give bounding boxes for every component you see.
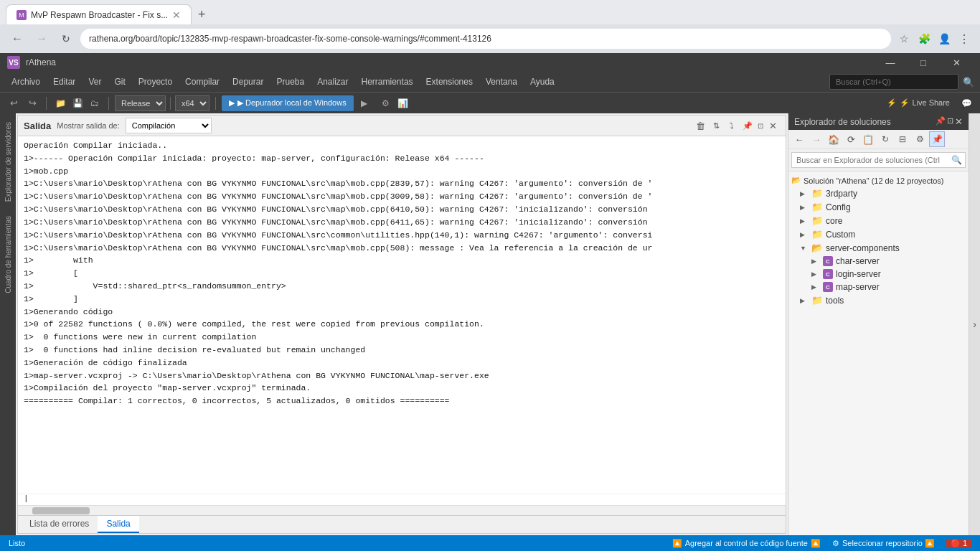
solution-item-custom[interactable]: ▶📁Custom: [788, 227, 969, 241]
menu-item-depurar[interactable]: Depurar: [227, 74, 269, 90]
vs-main-area: Explorador de servidores Cuadro de herra…: [0, 113, 980, 535]
toolbar-undo-button[interactable]: ↩: [6, 95, 22, 111]
vs-maximize-button[interactable]: □: [907, 53, 940, 72]
menu-item-ayuda[interactable]: Ayuda: [524, 74, 560, 90]
source-control-button[interactable]: 🔼 Agregar al control de código fuente 🔼: [672, 539, 821, 548]
project-icon: C: [823, 282, 833, 292]
toolbox-tab[interactable]: Cuadro de herramientas: [2, 213, 14, 296]
error-badge-button[interactable]: 🔴 1: [946, 539, 971, 548]
platform-select[interactable]: x64: [175, 95, 209, 111]
panel-collapse-handle[interactable]: ›: [969, 113, 980, 535]
bottom-tab-salida[interactable]: Salida: [98, 516, 138, 533]
solution-item-tools[interactable]: ▶📁tools: [788, 293, 969, 307]
toolbar-redo-button[interactable]: ↪: [24, 95, 40, 111]
source-control-label: Agregar al control de código fuente: [685, 539, 808, 547]
address-input[interactable]: [80, 29, 891, 49]
menu-item-analizar[interactable]: Analizar: [311, 74, 354, 90]
new-tab-button[interactable]: +: [192, 4, 212, 24]
solution-item-core[interactable]: ▶📁core: [788, 214, 969, 227]
project-icon: C: [823, 256, 833, 266]
server-explorer-tab[interactable]: Explorador de servidores: [2, 119, 14, 204]
output-line: ========== Compilar: 1 correctos, 0 inco…: [24, 395, 780, 408]
menu-item-herramientas[interactable]: Herramientas: [356, 74, 419, 90]
tab-favicon: M: [17, 10, 27, 20]
menu-icon[interactable]: ⋮: [956, 30, 973, 47]
profile-icon[interactable]: 👤: [936, 30, 953, 47]
toolbar-perf-button[interactable]: 📊: [395, 95, 411, 111]
toolbar-open-button[interactable]: 📁: [52, 95, 68, 111]
forward-button[interactable]: →: [32, 29, 52, 49]
bookmark-icon[interactable]: ☆: [895, 30, 913, 47]
menu-item-extensiones[interactable]: Extensiones: [420, 74, 479, 90]
output-line: 1> V=std::shared_ptr<s_randomsummon_entr…: [24, 280, 780, 293]
solution-item-charserver[interactable]: ▶Cchar-server: [788, 255, 969, 268]
solution-item-servercomponents[interactable]: ▼📂server-components: [788, 241, 969, 255]
output-line: 1> ]: [24, 293, 780, 306]
bottom-tabs-bar: Lista de erroresSalida: [18, 515, 786, 533]
tab-close-icon[interactable]: ✕: [172, 9, 181, 21]
liveshare-label: ⚡ Live Share: [900, 98, 950, 108]
solution-item-label: 3rdparty: [826, 189, 857, 199]
bottom-tab-lista-de errores[interactable]: Lista de errores: [21, 516, 98, 533]
toolbar-save-button[interactable]: 💾: [70, 95, 85, 111]
sol-sync-button[interactable]: ⟳: [843, 131, 859, 147]
folder-icon: 📁: [811, 295, 823, 306]
output-line: 1>0 of 22582 functions ( 0.0%) were comp…: [24, 318, 780, 331]
output-pin-button[interactable]: 📌: [740, 118, 755, 133]
vs-search-input[interactable]: [829, 74, 958, 90]
sol-float-icon[interactable]: ⊡: [947, 116, 953, 127]
toolbar-extra-run-button[interactable]: ▶: [357, 95, 372, 111]
repo-button[interactable]: ⚙ Seleccionar repositorio 🔼: [832, 539, 935, 548]
menu-item-ver[interactable]: Ver: [83, 74, 107, 90]
solution-item-label: Config: [826, 202, 851, 212]
menu-item-proyecto[interactable]: Proyecto: [133, 74, 178, 90]
toolbar-feedback-button[interactable]: 💬: [958, 95, 974, 111]
solution-search-bar: 🔍: [788, 149, 969, 171]
menu-item-editar[interactable]: Editar: [47, 74, 81, 90]
output-header: Salida Mostrar salida de: Compilación 🗑 …: [18, 116, 786, 136]
output-horizontal-scroll[interactable]: [18, 505, 786, 515]
refresh-button[interactable]: ↻: [56, 29, 76, 49]
sol-settings-button[interactable]: ⚙: [912, 131, 928, 147]
menu-item-prueba[interactable]: Prueba: [270, 74, 310, 90]
vs-logo: VS: [7, 56, 20, 69]
run-button[interactable]: ▶ ▶ Depurador local de Windows: [222, 95, 354, 111]
toolbar-save-all-button[interactable]: 🗂: [87, 95, 103, 111]
source-control-icon: 🔼: [672, 539, 682, 548]
sol-pin-icon[interactable]: 📌: [936, 116, 946, 127]
vs-close-button[interactable]: ✕: [940, 53, 973, 72]
sol-refresh-button[interactable]: ↻: [877, 131, 893, 147]
output-wrap-button[interactable]: ⇅: [709, 118, 723, 133]
solution-search-input[interactable]: [791, 152, 966, 168]
output-close-icon[interactable]: ✕: [766, 121, 780, 131]
menu-item-archivo[interactable]: Archivo: [6, 74, 46, 90]
sol-props-button[interactable]: 📋: [860, 131, 876, 147]
solution-item-label: Custom: [826, 230, 855, 240]
sol-forward-button[interactable]: →: [809, 131, 824, 147]
output-clear-button[interactable]: 🗑: [693, 118, 707, 133]
solution-root-item[interactable]: 📂 Solución "rAthena" (12 de 12 proyectos…: [788, 174, 969, 187]
chevron-icon: ▶: [800, 204, 809, 211]
sol-pin2-button[interactable]: 📌: [929, 131, 945, 147]
liveshare-button[interactable]: ⚡ ⚡ Live Share: [881, 95, 956, 111]
sol-home-button[interactable]: 🏠: [826, 131, 842, 147]
toolbar-attach-button[interactable]: ⚙: [378, 95, 394, 111]
output-line: 1>C:\Users\mario\Desktop\rAthena con BG …: [24, 242, 780, 255]
solution-item-3rdparty[interactable]: ▶📁3rdparty: [788, 187, 969, 200]
sol-close-icon[interactable]: ✕: [955, 116, 963, 127]
solution-item-mapserver[interactable]: ▶Cmap-server: [788, 281, 969, 293]
active-tab[interactable]: M MvP Respawn Broadcaster - Fix s... ✕: [6, 4, 192, 24]
menu-item-compilar[interactable]: Compilar: [179, 74, 225, 90]
output-scroll-button[interactable]: ⤵: [725, 118, 739, 133]
solution-item-loginserver[interactable]: ▶Clogin-server: [788, 268, 969, 281]
output-source-select[interactable]: Compilación: [126, 118, 212, 133]
config-select[interactable]: Release: [115, 95, 166, 111]
solution-item-config[interactable]: ▶📁Config: [788, 200, 969, 214]
menu-item-git[interactable]: Git: [108, 74, 131, 90]
sol-back-button[interactable]: ←: [791, 131, 807, 147]
sol-collapse-button[interactable]: ⊟: [895, 131, 910, 147]
menu-item-ventana[interactable]: Ventana: [480, 74, 523, 90]
back-button[interactable]: ←: [7, 29, 27, 49]
vs-minimize-button[interactable]: —: [874, 53, 907, 72]
extension-icon[interactable]: 🧩: [915, 30, 933, 47]
